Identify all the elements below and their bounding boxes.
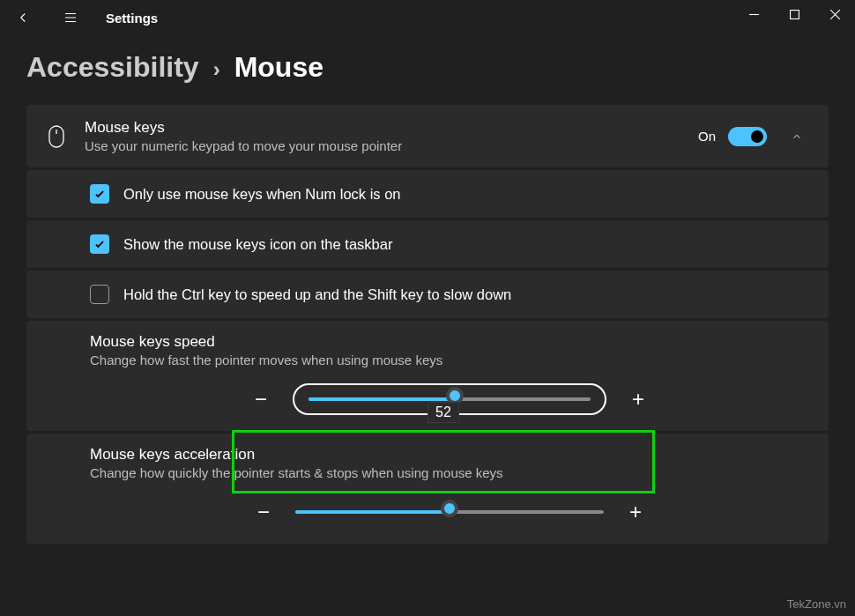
mouse-icon (46, 125, 67, 148)
ctrlshift-checkbox[interactable] (90, 285, 109, 304)
speed-value-tooltip: 52 (428, 402, 459, 423)
watermark: TekZone.vn (787, 597, 846, 611)
speed-subtitle: Change how fast the pointer moves when u… (90, 353, 809, 367)
ctrlshift-option-row[interactable]: Hold the Ctrl key to speed up and the Sh… (26, 271, 829, 318)
speed-title: Mouse keys speed (90, 333, 809, 351)
accel-title: Mouse keys acceleration (90, 446, 809, 464)
speed-decrease-button[interactable]: − (245, 383, 277, 415)
taskbar-option-row[interactable]: Show the mouse keys icon on the taskbar (26, 220, 829, 268)
nav-menu-button[interactable] (55, 2, 86, 33)
accel-section: Mouse keys acceleration Change how quick… (26, 434, 829, 544)
speed-slider[interactable] (309, 397, 591, 401)
minimize-button[interactable] (733, 0, 774, 28)
accel-increase-button[interactable]: + (620, 496, 651, 528)
taskbar-label: Show the mouse keys icon on the taskbar (123, 236, 392, 253)
numlock-option-row[interactable]: Only use mouse keys when Num lock is on (26, 170, 829, 218)
svg-rect-1 (49, 126, 63, 147)
mouse-keys-subtitle: Use your numeric keypad to move your mou… (85, 138, 680, 153)
numlock-checkbox[interactable] (90, 184, 109, 204)
speed-increase-button[interactable]: + (622, 383, 654, 415)
close-button[interactable] (814, 0, 855, 28)
ctrlshift-label: Hold the Ctrl key to speed up and the Sh… (123, 286, 511, 303)
maximize-button[interactable] (774, 0, 814, 28)
back-button[interactable] (7, 2, 39, 33)
breadcrumb-current: Mouse (234, 51, 323, 84)
toggle-state-label: On (698, 129, 716, 144)
breadcrumb-parent[interactable]: Accessibility (26, 51, 199, 84)
numlock-label: Only use mouse keys when Num lock is on (123, 186, 401, 203)
mouse-keys-title: Mouse keys (85, 119, 680, 137)
expand-chevron-icon[interactable] (784, 121, 809, 152)
mouse-keys-toggle[interactable] (728, 127, 767, 146)
mouse-keys-card: Mouse keys Use your numeric keypad to mo… (26, 105, 829, 167)
taskbar-checkbox[interactable] (90, 234, 109, 254)
app-title: Settings (106, 11, 158, 26)
accel-slider[interactable] (295, 510, 604, 514)
breadcrumb: Accessibility › Mouse (0, 35, 855, 105)
chevron-right-icon: › (213, 57, 220, 82)
accel-decrease-button[interactable]: − (248, 496, 279, 528)
accel-subtitle: Change how quickly the pointer starts & … (90, 465, 809, 480)
svg-rect-0 (790, 10, 799, 19)
